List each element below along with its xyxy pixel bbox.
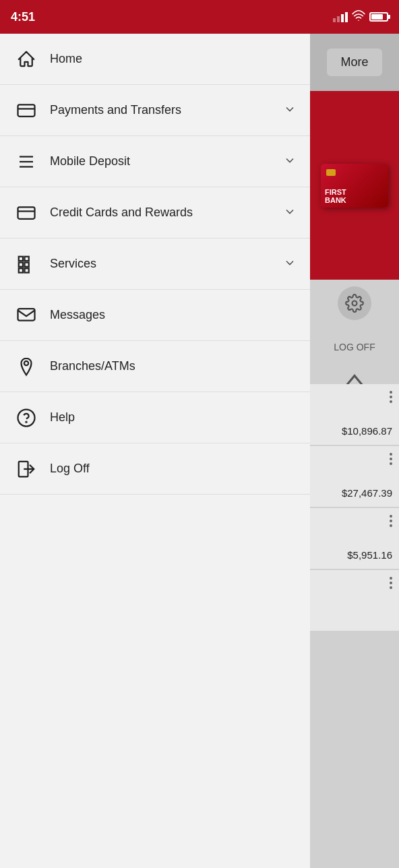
status-icons	[333, 10, 388, 24]
svg-rect-7	[19, 256, 23, 260]
question-icon	[13, 405, 39, 431]
svg-point-15	[18, 409, 35, 426]
svg-point-14	[24, 361, 28, 365]
location-icon	[13, 354, 39, 379]
sidebar-item-help[interactable]: Help	[0, 392, 310, 443]
svg-rect-11	[19, 268, 23, 272]
wifi-icon	[352, 10, 365, 24]
signal-icon	[333, 12, 348, 22]
sidebar-item-branches[interactable]: Branches/ATMs	[0, 341, 310, 392]
grid-icon	[13, 251, 39, 277]
svg-point-19	[352, 301, 357, 306]
card-icon-payments	[13, 98, 39, 123]
svg-rect-10	[25, 262, 29, 266]
account-row-1[interactable]: $10,896.87	[310, 384, 399, 445]
battery-icon	[369, 12, 388, 22]
sidebar-item-label-services: Services	[50, 257, 283, 271]
svg-rect-12	[25, 268, 29, 272]
sidebar-item-home[interactable]: Home	[0, 34, 310, 85]
settings-icon[interactable]	[338, 286, 371, 320]
sidebar-item-logoff[interactable]: Log Off	[0, 443, 310, 495]
svg-rect-5	[18, 207, 35, 219]
more-options-icon-1[interactable]	[390, 391, 392, 403]
svg-rect-8	[25, 256, 29, 260]
account-row-2[interactable]: $27,467.39	[310, 446, 399, 507]
status-bar: 4:51	[0, 0, 399, 34]
chevron-down-icon-credit	[283, 205, 297, 220]
account-amount-1: $10,896.87	[342, 425, 392, 437]
more-button-area: More	[310, 34, 399, 91]
chevron-down-icon-mobile-deposit	[283, 154, 297, 169]
card-chip	[326, 169, 336, 176]
sidebar-item-services[interactable]: Services	[0, 239, 310, 290]
sidebar-item-label-home: Home	[50, 52, 297, 66]
logoff-icon	[13, 456, 39, 482]
account-amount-3: $5,951.16	[347, 549, 392, 561]
sidebar-item-label-logoff: Log Off	[50, 462, 297, 476]
log-off-label-area: LOG OFF	[310, 327, 399, 367]
message-icon	[13, 303, 39, 328]
sidebar-item-mobile-deposit[interactable]: Mobile Deposit	[0, 136, 310, 187]
lines-icon	[13, 149, 39, 175]
sidebar-item-label-messages: Messages	[50, 308, 297, 322]
sidebar-item-label-branches: Branches/ATMs	[50, 359, 297, 373]
sidebar: Home Payments and Transfers Mobile Depos…	[0, 34, 310, 868]
sidebar-item-label-payments: Payments and Transfers	[50, 103, 283, 117]
right-panel: More FIRSTBANK LOG OFF	[310, 34, 399, 868]
bank-name: FIRSTBANK	[325, 188, 384, 204]
more-options-icon-3[interactable]	[390, 515, 392, 527]
chevron-down-icon-services	[283, 256, 297, 272]
svg-point-16	[26, 421, 26, 422]
more-options-icon-4[interactable]	[390, 577, 392, 589]
sidebar-item-label-help: Help	[50, 410, 297, 425]
chevron-down-icon-payments	[283, 102, 297, 118]
account-amount-2: $27,467.39	[342, 487, 392, 499]
home-icon	[13, 46, 39, 72]
log-off-label: LOG OFF	[334, 342, 375, 352]
card-icon-credit	[13, 200, 39, 226]
more-options-icon-2[interactable]	[390, 453, 392, 465]
sidebar-item-label-mobile-deposit: Mobile Deposit	[50, 154, 283, 168]
svg-rect-13	[18, 309, 35, 321]
more-button[interactable]: More	[327, 49, 381, 76]
svg-rect-9	[19, 262, 23, 266]
svg-rect-0	[18, 104, 35, 117]
account-row-3[interactable]: $5,951.16	[310, 508, 399, 569]
bank-card: FIRSTBANK	[321, 164, 388, 208]
accounts-area: $10,896.87 $27,467.39 $5,951.16	[310, 384, 399, 632]
status-time: 4:51	[11, 10, 35, 24]
sidebar-item-messages[interactable]: Messages	[0, 290, 310, 341]
gear-area	[310, 280, 399, 327]
account-row-4[interactable]	[310, 570, 399, 631]
sidebar-item-credit-cards[interactable]: Credit Cards and Rewards	[0, 187, 310, 239]
sidebar-item-label-credit-cards: Credit Cards and Rewards	[50, 206, 283, 220]
main-container: Home Payments and Transfers Mobile Depos…	[0, 34, 399, 868]
bank-card-area: FIRSTBANK	[310, 91, 399, 280]
sidebar-item-payments[interactable]: Payments and Transfers	[0, 85, 310, 136]
